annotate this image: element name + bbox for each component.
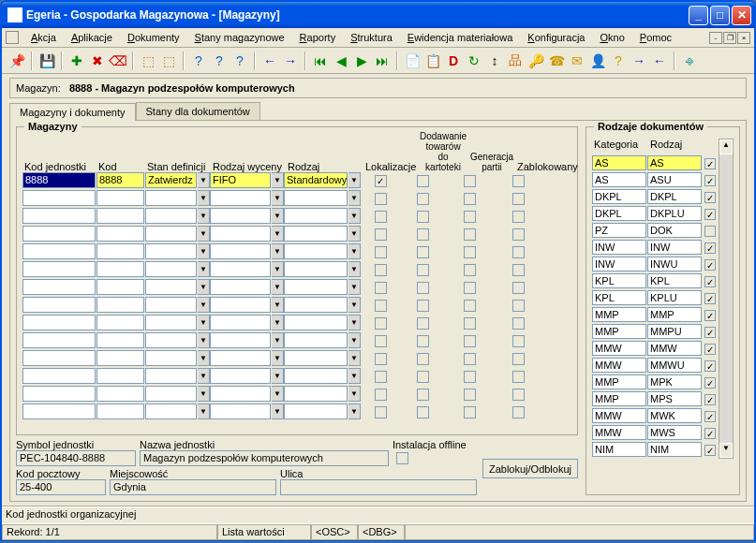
- chevron-down-icon[interactable]: ▼: [348, 226, 361, 242]
- sort-icon[interactable]: ↕: [485, 51, 504, 70]
- cell-rodzaj[interactable]: Standardowy: [284, 172, 348, 188]
- cell-stan[interactable]: [145, 332, 197, 348]
- help1-icon[interactable]: ?: [189, 51, 208, 70]
- chk-gen[interactable]: [464, 371, 476, 383]
- cell-kategoria[interactable]: MMW: [592, 358, 646, 373]
- mag-row[interactable]: ▼▼▼: [22, 190, 571, 207]
- cell-rodzaj-dok[interactable]: INWU: [647, 257, 702, 272]
- cell-kategoria[interactable]: MMP: [592, 391, 646, 406]
- chevron-down-icon[interactable]: ▼: [348, 386, 361, 402]
- rod-row[interactable]: KPLKPL: [592, 273, 719, 289]
- chk-gen[interactable]: [464, 353, 476, 365]
- cell-stan[interactable]: [145, 386, 197, 402]
- cell-stan[interactable]: [145, 261, 197, 277]
- chk-lok[interactable]: [375, 193, 387, 205]
- menu-akcja[interactable]: Akcja: [24, 30, 63, 45]
- mag-row[interactable]: ▼▼▼: [22, 315, 571, 331]
- mag-row[interactable]: ▼▼▼: [22, 386, 571, 403]
- chevron-down-icon[interactable]: ▼: [198, 350, 210, 366]
- chevron-down-icon[interactable]: ▼: [198, 386, 210, 402]
- rod-row[interactable]: ASASU: [592, 172, 719, 188]
- cell-rodzaj-w[interactable]: [210, 226, 271, 242]
- scroll-down-icon[interactable]: ▼: [719, 443, 733, 458]
- cell-kod[interactable]: [96, 208, 144, 224]
- cell-rodzaj-w[interactable]: [210, 208, 271, 224]
- cell-kategoria[interactable]: AS: [592, 172, 646, 187]
- chk-gen[interactable]: [464, 317, 476, 330]
- pin-icon[interactable]: 📌: [7, 51, 26, 70]
- chevron-down-icon[interactable]: ▼: [272, 350, 284, 366]
- chk-zab[interactable]: [512, 300, 525, 312]
- cell-rodzaj[interactable]: [284, 261, 348, 277]
- menu-raporty[interactable]: Raporty: [293, 30, 343, 45]
- d-icon[interactable]: D: [444, 51, 463, 70]
- chk-gen[interactable]: [464, 282, 476, 294]
- cell-rodzaj-dok[interactable]: MWK: [647, 408, 702, 423]
- chk-gen[interactable]: [464, 335, 476, 347]
- chk-lok[interactable]: [375, 353, 387, 365]
- back-icon[interactable]: ←: [650, 51, 669, 70]
- cell-kod-jedn[interactable]: [22, 243, 96, 259]
- chevron-down-icon[interactable]: ▼: [348, 190, 361, 206]
- cell-kod[interactable]: [96, 386, 144, 402]
- chevron-down-icon[interactable]: ▼: [272, 226, 284, 242]
- cell-rodzaj-dok[interactable]: AS: [647, 155, 702, 170]
- prev-icon[interactable]: ◀: [332, 51, 350, 70]
- tool2-icon[interactable]: ⬚: [159, 51, 178, 70]
- chk-lok[interactable]: [375, 246, 387, 258]
- help3-icon[interactable]: ?: [230, 51, 249, 70]
- cell-rodzaj-dok[interactable]: KPL: [647, 273, 702, 288]
- cell-kod[interactable]: [96, 315, 144, 330]
- chk-lok[interactable]: [375, 317, 387, 330]
- cell-kategoria[interactable]: MMP: [592, 307, 646, 322]
- cell-kategoria[interactable]: MMW: [592, 408, 646, 423]
- cell-rodzaj-dok[interactable]: DKPLU: [647, 206, 702, 221]
- chevron-down-icon[interactable]: ▼: [272, 297, 284, 313]
- cell-kategoria[interactable]: INW: [592, 257, 646, 272]
- chevron-down-icon[interactable]: ▼: [198, 243, 210, 259]
- mdi-close[interactable]: ×: [737, 32, 750, 44]
- cell-stan[interactable]: [145, 226, 197, 242]
- chk-rod[interactable]: [704, 428, 716, 439]
- chk-zab[interactable]: [512, 353, 525, 365]
- chk-rod[interactable]: [704, 360, 716, 372]
- cell-rodzaj-dok[interactable]: KPLU: [647, 290, 702, 305]
- chk-rod[interactable]: [704, 394, 716, 405]
- cell-rodzaj[interactable]: [284, 332, 348, 348]
- cell-rodzaj[interactable]: [284, 350, 348, 366]
- chevron-down-icon[interactable]: ▼: [272, 386, 284, 402]
- rod-row[interactable]: INWINW: [592, 240, 719, 256]
- menu-stany magazynowe[interactable]: Stany magazynowe: [188, 30, 291, 45]
- chk-rod[interactable]: [704, 175, 716, 186]
- user-icon[interactable]: 👤: [588, 51, 607, 70]
- cell-kod[interactable]: [96, 226, 144, 242]
- cell-kod[interactable]: [96, 261, 144, 277]
- cell-rodzaj[interactable]: [284, 243, 348, 259]
- chk-gen[interactable]: [464, 228, 476, 241]
- mail-icon[interactable]: ✉: [568, 51, 586, 70]
- cell-kod-jedn[interactable]: [22, 208, 96, 224]
- chk-dod[interactable]: [417, 300, 429, 312]
- first-icon[interactable]: ⏮: [311, 51, 330, 70]
- chk-dod[interactable]: [417, 175, 429, 187]
- chevron-down-icon[interactable]: ▼: [198, 297, 210, 313]
- rod-row[interactable]: MMWMMWU: [592, 358, 719, 374]
- chk-instalacja[interactable]: [396, 452, 408, 464]
- rod-row[interactable]: NIMNIM: [592, 442, 719, 458]
- chevron-down-icon[interactable]: ▼: [272, 208, 284, 224]
- cell-kod[interactable]: [96, 279, 144, 295]
- cell-kod-jedn[interactable]: [22, 190, 96, 206]
- cell-kategoria[interactable]: PZ: [592, 223, 646, 238]
- chk-rod[interactable]: [704, 411, 716, 422]
- cell-rodzaj[interactable]: [284, 386, 348, 402]
- cell-kod-jedn[interactable]: [22, 297, 96, 313]
- chk-lok[interactable]: [375, 300, 387, 312]
- phone-icon[interactable]: ☎: [547, 51, 566, 70]
- cell-kod-jedn[interactable]: 8888: [22, 172, 96, 188]
- save-icon[interactable]: 💾: [37, 51, 56, 70]
- chevron-down-icon[interactable]: ▼: [348, 350, 361, 366]
- cell-rodzaj-w[interactable]: [210, 386, 271, 402]
- mag-row[interactable]: ▼▼▼: [22, 368, 571, 385]
- chevron-down-icon[interactable]: ▼: [198, 279, 210, 295]
- chk-zab[interactable]: [512, 317, 525, 330]
